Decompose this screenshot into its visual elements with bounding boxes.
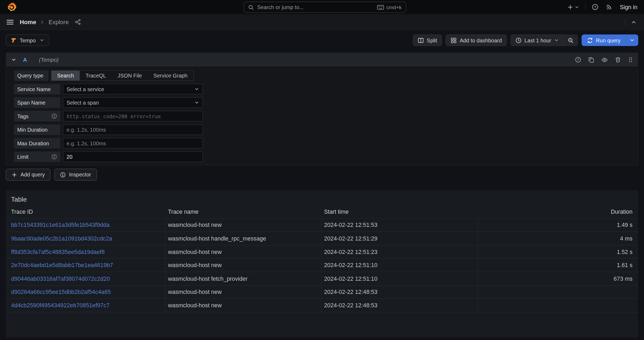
time-range-button[interactable]: Last 1 hour [511, 35, 564, 46]
run-query-button[interactable]: Run query [581, 35, 626, 46]
share-button[interactable] [75, 19, 81, 25]
service-name-label: Service Name [14, 84, 60, 94]
datasource-picker[interactable]: Tempo [6, 35, 49, 46]
new-menu-button[interactable] [566, 2, 581, 12]
tab-traceql[interactable]: TraceQL [80, 71, 112, 80]
top-bar: Search or jump to... cmd+k ? Sign in [0, 0, 644, 14]
min-duration-input[interactable] [63, 124, 203, 135]
search-placeholder: Search or jump to... [257, 4, 304, 10]
breadcrumb-home[interactable]: Home [20, 19, 36, 25]
chevron-down-icon [630, 38, 634, 43]
run-query-group: Run query [581, 35, 638, 46]
breadcrumb-bar: Home Explore [0, 14, 644, 30]
column-header-trace-id[interactable]: Trace ID [6, 205, 165, 218]
add-query-button[interactable]: Add query [6, 169, 50, 180]
angle-right-icon [40, 20, 45, 24]
limit-row: Limit [14, 151, 631, 162]
trace-id-link[interactable]: ff8d353cfa7af5c48835ee5da19daef8 [11, 249, 105, 255]
limit-input[interactable] [63, 151, 203, 162]
trace-name-cell: wasmcloud-host fetch_provider [166, 272, 322, 285]
svg-text:?: ? [577, 58, 579, 62]
divider [585, 4, 586, 10]
column-header-trace-name[interactable]: Trace name [166, 205, 322, 218]
column-header-duration[interactable]: Duration [478, 205, 638, 218]
trace-id-link[interactable]: bb7c1543391c1e61a3d5fe1b543f9dda [11, 222, 109, 228]
span-name-select[interactable]: Select a span [63, 97, 203, 108]
table-row: ff8d353cfa7af5c48835ee5da19daef8 wasmclo… [6, 245, 638, 259]
explore-toolbar: Tempo Split Add to dashboard Last 1 hour [6, 35, 638, 46]
table-row: d90446ab03316af7af38074d072c2d20 wasmclo… [6, 272, 638, 286]
duration-cell: 1.61 s [478, 259, 638, 272]
table-row: d90264a66cc95ee15dbb2b2af54c4a65 wasmclo… [6, 286, 638, 299]
trace-id-link[interactable]: d90446ab03316af7af38074d072c2d20 [11, 275, 110, 282]
help-button[interactable]: ? [590, 2, 600, 12]
question-circle-icon: ? [575, 57, 581, 63]
grafana-logo-icon[interactable] [6, 2, 17, 12]
chevron-down-icon [11, 57, 16, 62]
trace-name-cell: wasmcloud-host new [166, 286, 322, 298]
search-input[interactable]: Search or jump to... cmd+k [244, 2, 406, 13]
query-header-actions: ? [575, 56, 633, 63]
query-type-label: Query type [14, 70, 49, 81]
start-time-cell: 2024-02-22 12:51:29 [321, 232, 478, 245]
query-ref-id[interactable]: A [23, 57, 27, 63]
span-name-row: Span Name Select a span [14, 97, 631, 108]
column-header-start-time[interactable]: Start time [321, 205, 478, 218]
datasource-name: Tempo [20, 37, 36, 43]
plus-icon [567, 4, 573, 10]
toggle-visibility-button[interactable] [601, 56, 608, 63]
start-time-cell: 2024-02-22 12:51:10 [321, 272, 478, 285]
tags-input[interactable] [63, 111, 203, 121]
inspector-button[interactable]: Inspector [54, 169, 97, 180]
duplicate-query-button[interactable] [588, 57, 594, 63]
info-circle-icon [51, 113, 57, 119]
split-pane-icon [418, 37, 424, 43]
split-button[interactable]: Split [413, 35, 442, 46]
info-circle-icon [51, 154, 57, 160]
copy-icon [588, 57, 594, 63]
start-time-cell: 2024-02-22 12:51:10 [321, 259, 478, 272]
tab-service-graph[interactable]: Service Graph [148, 71, 193, 80]
explore-content: Tempo Split Add to dashboard Last 1 hour [0, 35, 644, 338]
table-row: 2e70dc4aebd1e5d8abb17be1ea4619b7 wasmclo… [6, 259, 638, 272]
service-name-select[interactable]: Select a service [63, 84, 203, 94]
tab-search[interactable]: Search [51, 71, 80, 80]
table-row: 4d4cb2590f495434922eb70851ef97c7 wasmclo… [6, 299, 638, 312]
add-to-dashboard-button[interactable]: Add to dashboard [446, 35, 507, 46]
plus-icon [12, 172, 17, 178]
trace-id-link[interactable]: 2e70dc4aebd1e5d8abb17be1ea4619b7 [11, 262, 113, 268]
results-table-panel: Table Trace ID Trace name Start time Dur… [6, 190, 638, 337]
query-help-button[interactable]: ? [575, 57, 581, 63]
start-time-cell: 2024-02-22 12:51:53 [321, 219, 478, 231]
min-duration-label: Min Duration [14, 124, 60, 135]
duration-cell [478, 286, 638, 298]
max-duration-row: Max Duration [14, 138, 631, 149]
collapse-controls-button[interactable] [630, 17, 638, 27]
chevron-down-icon [554, 38, 559, 43]
search-icon [248, 4, 254, 10]
zoom-out-button[interactable] [564, 35, 578, 46]
max-duration-input[interactable] [63, 138, 203, 149]
breadcrumb-explore[interactable]: Explore [49, 19, 69, 25]
run-query-options-button[interactable] [626, 35, 638, 46]
duration-cell: 1.49 s [478, 219, 638, 231]
trace-name-cell: wasmcloud-host new [166, 259, 322, 272]
delete-query-button[interactable] [615, 57, 621, 63]
query-editor-body: Query type Search TraceQL JSON File Serv… [6, 66, 638, 165]
query-datasource-hint: (Tempo) [39, 57, 58, 63]
news-button[interactable] [604, 2, 614, 12]
menu-toggle-button[interactable] [6, 19, 13, 25]
trace-id-link[interactable]: 4d4cb2590f495434922eb70851ef97c7 [11, 302, 109, 308]
apps-grid-icon [451, 37, 457, 43]
query-type-tabs: Search TraceQL JSON File Service Graph [51, 70, 194, 81]
trace-id-link[interactable]: d90264a66cc95ee15dbb2b2af54c4a65 [11, 289, 111, 295]
drag-query-handle[interactable] [628, 57, 633, 63]
min-duration-row: Min Duration [14, 124, 631, 135]
sign-in-link[interactable]: Sign in [620, 4, 638, 10]
collapse-query-button[interactable] [11, 57, 16, 62]
top-bar-actions: ? Sign in [566, 2, 638, 12]
divider [625, 19, 626, 25]
tab-json-file[interactable]: JSON File [112, 71, 148, 80]
query-editor-header[interactable]: A (Tempo) ? [6, 53, 638, 66]
trace-id-link[interactable]: 9baac90ade05c2b1a1091bd4302cdc2a [11, 235, 112, 242]
